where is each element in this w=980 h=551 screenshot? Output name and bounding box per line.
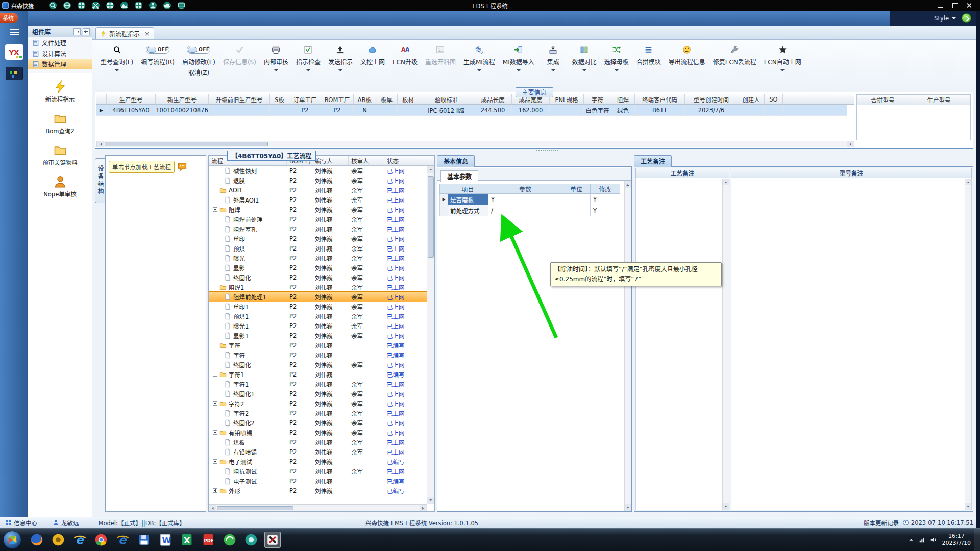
titlebar-tool-icon[interactable]	[63, 2, 71, 9]
taskbar-app-icon[interactable]	[222, 532, 238, 548]
toolbar-button[interactable]: OFF 保存信息(S)	[220, 43, 259, 73]
taskbar-app-icon[interactable]	[264, 532, 281, 548]
column-header[interactable]: SO	[765, 94, 783, 104]
param-modify-cell[interactable]: Y	[591, 205, 620, 216]
scroll-left-icon[interactable]	[209, 505, 216, 511]
taskbar-app-icon[interactable]: X	[179, 532, 195, 548]
process-remarks-text[interactable]	[635, 178, 729, 510]
flow-tree-row[interactable]: 字符2 P2 刘伟巍 余军 已上网	[209, 398, 427, 408]
scroll-right-icon[interactable]	[420, 505, 427, 511]
tab-basic-params[interactable]: 基本参数	[440, 170, 478, 182]
column-header[interactable]: 型号创建时间	[685, 94, 738, 104]
param-column-header[interactable]: 项目	[448, 184, 488, 194]
current-user[interactable]: 龙敏远	[53, 519, 79, 527]
tab-device-structure[interactable]: 设备结构	[95, 158, 105, 203]
column-header[interactable]: 升级前旧生产型号	[209, 94, 270, 104]
info-center[interactable]: 信息中心	[5, 519, 37, 527]
flow-column-header[interactable]: 核审人	[349, 156, 384, 165]
tab-close-icon[interactable]: ×	[144, 30, 150, 37]
tree-expander-icon[interactable]	[213, 372, 217, 377]
main-info-row[interactable]: ▶4B6TT05YA010010400210876P2P2NIPC-6012 Ⅱ…	[96, 105, 847, 116]
dropdown-caret-icon[interactable]	[338, 69, 342, 73]
toolbar-button[interactable]: OFF AA ECN升级	[389, 43, 421, 73]
taskbar-app-icon[interactable]	[29, 532, 45, 548]
horizontal-scrollbar[interactable]	[209, 504, 427, 511]
scroll-down-icon[interactable]	[625, 504, 631, 511]
toolbar-button[interactable]: OFF 发送指示	[325, 43, 356, 73]
taskbar-app-icon[interactable]	[136, 532, 152, 548]
model-remarks-text[interactable]	[731, 178, 972, 510]
param-value-cell[interactable]: /	[488, 205, 562, 216]
green-plugin-icon[interactable]	[962, 13, 971, 23]
dropdown-caret-icon[interactable]	[477, 69, 481, 73]
tree-expander-icon[interactable]	[213, 488, 217, 493]
close-button[interactable]	[964, 2, 975, 9]
flow-tree-row[interactable]: 阻抗测试 P2 刘伟巍 余军 已上网	[209, 466, 427, 476]
sidebar-tool[interactable]: 预审关键物料	[28, 139, 92, 170]
column-header[interactable]: S板	[270, 94, 289, 104]
toolbar-button[interactable]: OFF 型号查询(F)	[97, 43, 136, 73]
scroll-down-icon[interactable]	[723, 503, 729, 510]
flow-tree-row[interactable]: 字符2 P2 刘伟巍 余军 已上网	[209, 408, 427, 418]
taskbar-clock[interactable]: 16:17 2023/7/10	[942, 533, 971, 547]
flow-tree-row[interactable]: 退膜 P2 刘伟巍 余军 已上网	[209, 176, 427, 185]
param-row[interactable]: ▶ 是否磨板 Y Y	[439, 194, 624, 205]
dropdown-caret-icon[interactable]	[274, 69, 278, 73]
titlebar-tool-icon[interactable]	[163, 2, 171, 9]
horizontal-scrollbar[interactable]	[96, 141, 854, 147]
sidebar-section[interactable]: 设计算法	[28, 48, 92, 59]
flow-tree-row[interactable]: 电子测试 P2 刘伟巍 已编写	[209, 476, 427, 486]
tree-expander-icon[interactable]	[213, 430, 217, 435]
scroll-up-icon[interactable]	[723, 179, 729, 185]
column-header[interactable]: BOM工厂	[321, 94, 354, 104]
param-modify-cell[interactable]: Y	[591, 194, 620, 205]
toolbar-button[interactable]: OFF ECN自动上网	[761, 43, 804, 73]
flow-tree-row[interactable]: 终固化 P2 刘伟巍 余军 已上网	[209, 360, 427, 369]
column-header[interactable]	[96, 94, 107, 104]
maximize-button[interactable]	[949, 2, 961, 9]
splitter-handle[interactable]	[536, 150, 558, 153]
param-unit-cell[interactable]	[562, 205, 591, 216]
tree-expander-icon[interactable]	[213, 207, 217, 212]
sidebar-tool[interactable]: Bom查询2	[28, 107, 92, 139]
taskbar-app-icon[interactable]	[93, 532, 109, 548]
scroll-down-icon[interactable]	[427, 497, 434, 504]
flow-tree-row[interactable]: 字符 P2 刘伟巍 已编写	[209, 340, 427, 350]
model-remarks-header[interactable]: 型号备注	[731, 168, 972, 178]
flow-tree-row[interactable]: 预烘1 P2 刘伟巍 余军 已上网	[209, 311, 427, 321]
param-column-header[interactable]: 单位	[562, 184, 591, 194]
flow-tree-row[interactable]: 终固化2 P2 刘伟巍 余军 已上网	[209, 418, 427, 428]
volume-icon[interactable]	[930, 536, 937, 543]
toolbar-button[interactable]: OFF 数据对比	[569, 43, 600, 73]
flow-tree-row[interactable]: 丝印 P2 刘伟巍 余军 已上网	[209, 234, 427, 243]
toggle-off-switch[interactable]: OFF	[146, 46, 169, 54]
sidebar-section[interactable]: 数据管理	[28, 59, 92, 69]
tab-basic-info[interactable]: 基本信息	[437, 155, 475, 167]
collapse-panel-button[interactable]	[74, 28, 81, 35]
toolbar-button[interactable]: OFF MI数据导入	[500, 43, 537, 73]
flow-tree-row[interactable]: 电子测试 P2 刘伟巍 已编写	[209, 457, 427, 466]
param-unit-cell[interactable]	[562, 194, 591, 205]
toolbar-button[interactable]: OFF 启动修改(E) 取消(Z)	[179, 43, 218, 84]
column-header[interactable]: 创建人	[738, 94, 765, 104]
column-header[interactable]: 成品长度	[474, 94, 512, 104]
tray-expand-icon[interactable]	[908, 536, 915, 543]
sidebar-tool[interactable]: Nope单审核	[28, 170, 92, 202]
flow-tree-row[interactable]: 阻焊前处理 P2 刘伟巍 余军 已上网	[209, 214, 427, 224]
tree-expander-icon[interactable]	[213, 188, 217, 192]
titlebar-tool-icon[interactable]	[106, 2, 114, 9]
toolbar-button[interactable]: OFF 合拼模块	[633, 43, 664, 73]
sidebar-tool[interactable]: 新流程指示	[28, 76, 92, 107]
flow-tree-row[interactable]: 字符1 P2 刘伟巍 已编写	[209, 369, 427, 379]
monitor-icon[interactable]	[6, 67, 23, 80]
scrollbar-thumb[interactable]	[217, 506, 293, 510]
column-header[interactable]: 验收标准	[419, 94, 474, 104]
vertical-scrollbar[interactable]	[624, 181, 631, 511]
flow-tree-row[interactable]: 预烘 P2 刘伟巍 余军 已上网	[209, 243, 427, 253]
param-item-cell[interactable]: 是否磨板	[448, 194, 488, 205]
flow-tree-row[interactable]: AOI1 P2 刘伟巍 余军 已上网	[209, 185, 427, 195]
scroll-up-icon[interactable]	[625, 181, 631, 188]
minimize-button[interactable]	[935, 2, 946, 9]
taskbar-app-icon[interactable]: e	[114, 532, 131, 548]
toolbar-button[interactable]: OFF 集成	[539, 43, 568, 73]
